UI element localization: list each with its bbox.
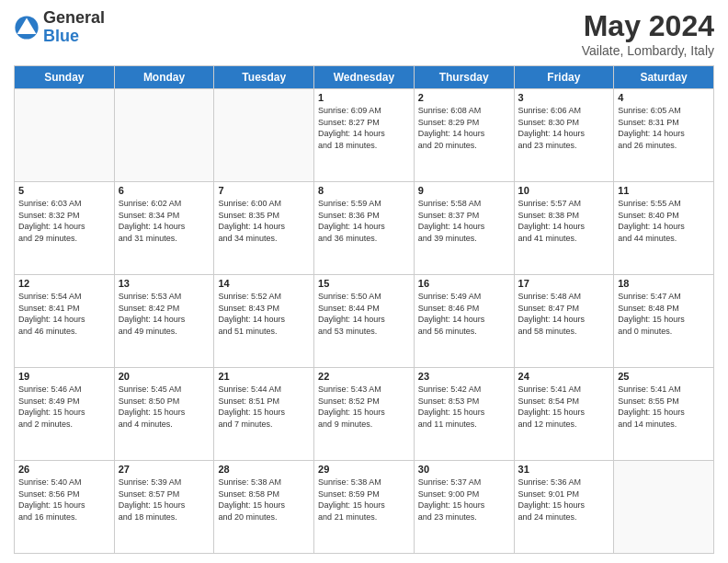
- day-info: Sunrise: 5:44 AM Sunset: 8:51 PM Dayligh…: [218, 384, 310, 430]
- calendar-cell: 27Sunrise: 5:39 AM Sunset: 8:57 PM Dayli…: [114, 461, 214, 554]
- day-number: 16: [418, 278, 510, 289]
- day-number: 27: [119, 464, 210, 475]
- calendar-cell: 19Sunrise: 5:46 AM Sunset: 8:49 PM Dayli…: [15, 368, 115, 461]
- title-section: May 2024 Vailate, Lombardy, Italy: [582, 9, 714, 58]
- calendar-cell: 3Sunrise: 6:06 AM Sunset: 8:30 PM Daylig…: [514, 89, 614, 182]
- day-info: Sunrise: 5:38 AM Sunset: 8:58 PM Dayligh…: [218, 477, 310, 523]
- day-info: Sunrise: 5:43 AM Sunset: 8:52 PM Dayligh…: [318, 384, 410, 430]
- day-number: 3: [518, 92, 610, 103]
- calendar-cell: 11Sunrise: 5:55 AM Sunset: 8:40 PM Dayli…: [614, 182, 714, 275]
- calendar-cell: 9Sunrise: 5:58 AM Sunset: 8:37 PM Daylig…: [414, 182, 514, 275]
- day-number: 2: [418, 92, 510, 103]
- day-number: 5: [18, 185, 110, 196]
- day-info: Sunrise: 5:47 AM Sunset: 8:48 PM Dayligh…: [618, 291, 710, 337]
- day-number: 25: [618, 371, 710, 382]
- logo-text: General Blue: [43, 9, 105, 46]
- day-info: Sunrise: 6:06 AM Sunset: 8:30 PM Dayligh…: [518, 105, 610, 151]
- day-number: 28: [218, 464, 310, 475]
- day-info: Sunrise: 5:48 AM Sunset: 8:47 PM Dayligh…: [518, 291, 610, 337]
- day-number: 6: [119, 185, 210, 196]
- day-header-monday: Monday: [114, 66, 214, 89]
- day-info: Sunrise: 5:50 AM Sunset: 8:44 PM Dayligh…: [318, 291, 410, 337]
- day-number: 17: [518, 278, 610, 289]
- day-header-sunday: Sunday: [15, 66, 115, 89]
- day-number: 15: [318, 278, 410, 289]
- calendar-cell: 23Sunrise: 5:42 AM Sunset: 8:53 PM Dayli…: [414, 368, 514, 461]
- calendar-cell: 26Sunrise: 5:40 AM Sunset: 8:56 PM Dayli…: [15, 461, 115, 554]
- logo-general-text: General: [43, 9, 105, 28]
- calendar-cell: 21Sunrise: 5:44 AM Sunset: 8:51 PM Dayli…: [214, 368, 314, 461]
- day-number: 8: [318, 185, 410, 196]
- day-info: Sunrise: 5:40 AM Sunset: 8:56 PM Dayligh…: [18, 477, 110, 523]
- day-info: Sunrise: 5:58 AM Sunset: 8:37 PM Dayligh…: [418, 198, 510, 244]
- calendar-week-2: 12Sunrise: 5:54 AM Sunset: 8:41 PM Dayli…: [15, 275, 714, 368]
- day-number: 19: [18, 371, 110, 382]
- day-info: Sunrise: 6:00 AM Sunset: 8:35 PM Dayligh…: [218, 198, 310, 244]
- day-info: Sunrise: 6:03 AM Sunset: 8:32 PM Dayligh…: [18, 198, 110, 244]
- day-number: 10: [518, 185, 610, 196]
- calendar-table: SundayMondayTuesdayWednesdayThursdayFrid…: [14, 65, 714, 554]
- day-number: 29: [318, 464, 410, 475]
- day-info: Sunrise: 5:41 AM Sunset: 8:54 PM Dayligh…: [518, 384, 610, 430]
- day-number: 7: [218, 185, 310, 196]
- day-info: Sunrise: 6:09 AM Sunset: 8:27 PM Dayligh…: [318, 105, 410, 151]
- day-info: Sunrise: 6:08 AM Sunset: 8:29 PM Dayligh…: [418, 105, 510, 151]
- calendar-cell: 18Sunrise: 5:47 AM Sunset: 8:48 PM Dayli…: [614, 275, 714, 368]
- day-info: Sunrise: 5:57 AM Sunset: 8:38 PM Dayligh…: [518, 198, 610, 244]
- calendar-cell: 14Sunrise: 5:52 AM Sunset: 8:43 PM Dayli…: [214, 275, 314, 368]
- day-number: 22: [318, 371, 410, 382]
- day-number: 20: [119, 371, 210, 382]
- page: General Blue May 2024 Vailate, Lombardy,…: [0, 0, 728, 563]
- day-number: 13: [119, 278, 210, 289]
- calendar-cell: 20Sunrise: 5:45 AM Sunset: 8:50 PM Dayli…: [114, 368, 214, 461]
- calendar-cell: 4Sunrise: 6:05 AM Sunset: 8:31 PM Daylig…: [614, 89, 714, 182]
- day-header-wednesday: Wednesday: [314, 66, 415, 89]
- calendar-cell: 16Sunrise: 5:49 AM Sunset: 8:46 PM Dayli…: [414, 275, 514, 368]
- location: Vailate, Lombardy, Italy: [582, 43, 714, 58]
- calendar-cell: 25Sunrise: 5:41 AM Sunset: 8:55 PM Dayli…: [614, 368, 714, 461]
- day-info: Sunrise: 5:59 AM Sunset: 8:36 PM Dayligh…: [318, 198, 410, 244]
- day-number: 26: [18, 464, 110, 475]
- calendar-cell: 7Sunrise: 6:00 AM Sunset: 8:35 PM Daylig…: [214, 182, 314, 275]
- calendar-cell: 13Sunrise: 5:53 AM Sunset: 8:42 PM Dayli…: [114, 275, 214, 368]
- month-title: May 2024: [582, 9, 714, 43]
- day-header-tuesday: Tuesday: [214, 66, 314, 89]
- calendar-week-1: 5Sunrise: 6:03 AM Sunset: 8:32 PM Daylig…: [15, 182, 714, 275]
- day-number: 31: [518, 464, 610, 475]
- calendar-cell: 8Sunrise: 5:59 AM Sunset: 8:36 PM Daylig…: [314, 182, 415, 275]
- calendar-cell: 5Sunrise: 6:03 AM Sunset: 8:32 PM Daylig…: [15, 182, 115, 275]
- day-header-friday: Friday: [514, 66, 614, 89]
- calendar-week-0: 1Sunrise: 6:09 AM Sunset: 8:27 PM Daylig…: [15, 89, 714, 182]
- day-number: 21: [218, 371, 310, 382]
- calendar-week-3: 19Sunrise: 5:46 AM Sunset: 8:49 PM Dayli…: [15, 368, 714, 461]
- day-info: Sunrise: 5:55 AM Sunset: 8:40 PM Dayligh…: [618, 198, 710, 244]
- day-info: Sunrise: 6:02 AM Sunset: 8:34 PM Dayligh…: [119, 198, 210, 244]
- day-number: 14: [218, 278, 310, 289]
- day-info: Sunrise: 5:39 AM Sunset: 8:57 PM Dayligh…: [119, 477, 210, 523]
- calendar-cell: 1Sunrise: 6:09 AM Sunset: 8:27 PM Daylig…: [314, 89, 415, 182]
- day-number: 30: [418, 464, 510, 475]
- day-info: Sunrise: 5:46 AM Sunset: 8:49 PM Dayligh…: [18, 384, 110, 430]
- day-info: Sunrise: 5:37 AM Sunset: 9:00 PM Dayligh…: [418, 477, 510, 523]
- header: General Blue May 2024 Vailate, Lombardy,…: [14, 9, 714, 58]
- day-info: Sunrise: 5:42 AM Sunset: 8:53 PM Dayligh…: [418, 384, 510, 430]
- calendar-cell: 2Sunrise: 6:08 AM Sunset: 8:29 PM Daylig…: [414, 89, 514, 182]
- day-number: 4: [618, 92, 710, 103]
- calendar-cell: 17Sunrise: 5:48 AM Sunset: 8:47 PM Dayli…: [514, 275, 614, 368]
- calendar-cell: 12Sunrise: 5:54 AM Sunset: 8:41 PM Dayli…: [15, 275, 115, 368]
- day-info: Sunrise: 5:54 AM Sunset: 8:41 PM Dayligh…: [18, 291, 110, 337]
- day-number: 1: [318, 92, 410, 103]
- calendar-cell: 28Sunrise: 5:38 AM Sunset: 8:58 PM Dayli…: [214, 461, 314, 554]
- day-info: Sunrise: 5:45 AM Sunset: 8:50 PM Dayligh…: [119, 384, 210, 430]
- day-number: 23: [418, 371, 510, 382]
- calendar-cell: 22Sunrise: 5:43 AM Sunset: 8:52 PM Dayli…: [314, 368, 415, 461]
- day-number: 11: [618, 185, 710, 196]
- calendar-week-4: 26Sunrise: 5:40 AM Sunset: 8:56 PM Dayli…: [15, 461, 714, 554]
- calendar-header-row: SundayMondayTuesdayWednesdayThursdayFrid…: [15, 66, 714, 89]
- day-info: Sunrise: 5:53 AM Sunset: 8:42 PM Dayligh…: [119, 291, 210, 337]
- day-number: 24: [518, 371, 610, 382]
- calendar-cell: 6Sunrise: 6:02 AM Sunset: 8:34 PM Daylig…: [114, 182, 214, 275]
- day-number: 12: [18, 278, 110, 289]
- day-number: 18: [618, 278, 710, 289]
- calendar-cell: [614, 461, 714, 554]
